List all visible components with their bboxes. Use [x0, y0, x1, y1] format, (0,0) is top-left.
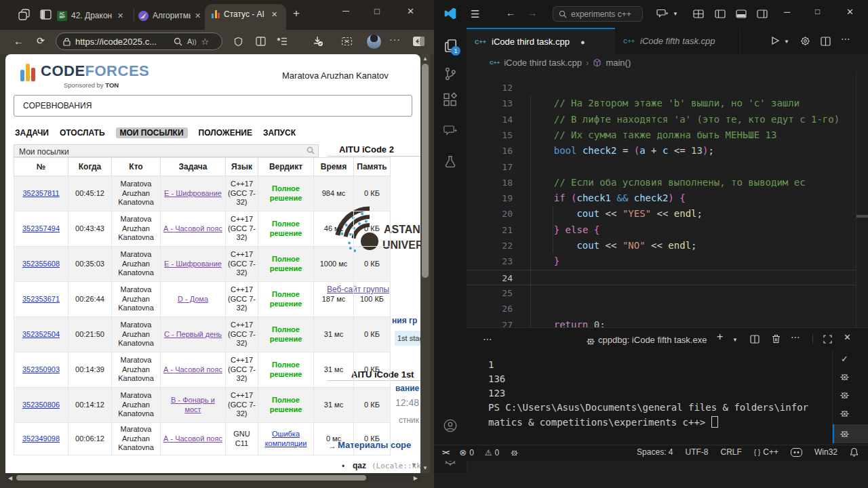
split-terminal-icon[interactable] — [750, 335, 760, 344]
table-search-icon[interactable] — [307, 146, 315, 155]
account-icon[interactable] — [443, 418, 458, 433]
task-link[interactable]: С - Первый день — [164, 330, 222, 338]
browser-essentials-icon[interactable] — [233, 37, 243, 47]
vertical-tabs-icon[interactable] — [39, 8, 52, 21]
tab-groups-icon[interactable] — [18, 8, 31, 21]
debug-session-icon[interactable] — [840, 408, 850, 418]
address-bar[interactable]: https://icode2025.c... A)) ☆ — [56, 33, 222, 50]
back-icon[interactable]: ← — [14, 35, 24, 47]
close-window-icon[interactable]: ✕ — [846, 7, 854, 17]
submission-link[interactable]: 352350903 — [22, 365, 60, 373]
task-check-icon[interactable]: ✓ — [841, 354, 848, 364]
warnings-status[interactable]: ⚠0 — [485, 448, 499, 458]
close-tab-icon[interactable]: ✕ — [195, 12, 201, 20]
debug-session-icon[interactable] — [840, 371, 850, 382]
col-header[interactable]: Кто — [112, 158, 161, 176]
submitter-name[interactable]: Maratova Aruzhan Kanatovna — [118, 250, 154, 277]
submitter-name[interactable]: Maratova Aruzhan Kanatovna — [118, 321, 154, 348]
locale-caret-icon[interactable]: ▼ — [411, 462, 417, 468]
submitter-name[interactable]: Maratova Aruzhan Kanatovna — [118, 391, 154, 418]
col-header[interactable]: Вердикт — [258, 158, 314, 176]
panel-more-icon[interactable]: ⋯ — [483, 333, 492, 344]
scroll-up-icon[interactable]: ▲ — [422, 56, 428, 62]
remote-indicator-icon[interactable]: >< — [442, 448, 448, 457]
col-header[interactable]: Язык — [226, 158, 258, 176]
encoding-status[interactable]: UTF-8 — [685, 447, 708, 457]
close-tab-icon[interactable]: ✕ — [117, 12, 123, 20]
browser-tab-acmp[interactable]: ACMP 42. Дракон ✕ — [57, 7, 133, 24]
tab-icode-fifth-task-preview[interactable]: C++ iCode fifth task.cpp — [615, 28, 741, 54]
kill-terminal-trash-icon[interactable] — [772, 334, 781, 344]
submission-link[interactable]: 352355608 — [22, 260, 60, 268]
task-link[interactable]: А - Часовой пояс — [163, 224, 222, 232]
task-link[interactable]: D - Дома — [178, 295, 208, 303]
terminal-dropdown-icon[interactable]: ▼ — [732, 337, 738, 343]
submission-link[interactable]: 352350806 — [22, 401, 60, 409]
scroll-thumb[interactable] — [16, 475, 366, 481]
submitter-name[interactable]: Maratova Aruzhan Kanatovna — [118, 356, 154, 383]
locale-name[interactable]: qaz — [353, 461, 366, 470]
task-link[interactable]: В - Фонарь и мост — [171, 396, 215, 413]
tab-icode-third-task-active[interactable]: C++ iCode third task.cpp ● — [467, 28, 615, 54]
col-header[interactable]: Время — [314, 158, 354, 176]
copilot-sidebar-icon[interactable] — [412, 36, 425, 47]
reload-icon[interactable]: ⟳ — [37, 35, 45, 46]
web-capture-icon[interactable] — [341, 37, 353, 46]
modified-dot-icon[interactable]: ● — [580, 38, 585, 46]
customize-layout-grid-icon[interactable] — [693, 9, 704, 19]
task-link[interactable]: А - Часовой пояс — [163, 434, 222, 443]
browser-vscrollbar[interactable]: ▲ ▼ — [420, 54, 430, 473]
col-header[interactable]: № — [14, 158, 68, 176]
read-aloud-icon[interactable]: A)) — [187, 37, 196, 45]
submitter-name[interactable]: Maratova Aruzhan Kanatovna — [118, 285, 154, 312]
toggle-panel-icon[interactable] — [736, 9, 747, 19]
task-link[interactable]: Е - Шифрование — [164, 260, 222, 268]
eol-status[interactable]: CRLF — [720, 447, 741, 457]
chat-icon[interactable] — [443, 124, 458, 138]
debug-session-icon[interactable] — [840, 390, 850, 400]
testing-flask-icon[interactable] — [443, 155, 458, 169]
downloads-icon[interactable] — [313, 36, 323, 47]
sidebar-contest-title[interactable]: AITU iCode 2 — [339, 144, 394, 155]
settings-more-icon[interactable]: ··· — [389, 34, 401, 45]
maximize-panel-icon[interactable] — [823, 335, 832, 344]
favorites-icon[interactable] — [277, 37, 288, 46]
favorite-star-icon[interactable]: ☆ — [201, 37, 209, 47]
language-status[interactable]: { }C++ — [754, 447, 778, 457]
copilot-status-icon[interactable] — [791, 448, 802, 457]
submission-link[interactable]: 352357494 — [22, 224, 60, 232]
submission-link[interactable]: 352352504 — [22, 330, 60, 338]
submitter-name[interactable]: Maratova Aruzhan Kanatovna — [118, 180, 154, 207]
verdict[interactable]: Ошибка компиляции — [265, 430, 307, 447]
toggle-secondary-sidebar-icon[interactable] — [757, 9, 768, 19]
breadcrumb-file[interactable]: iCode third task.cpp — [504, 58, 582, 68]
new-terminal-icon[interactable]: + — [717, 331, 723, 343]
col-header[interactable]: Когда — [68, 158, 112, 176]
chevron-down-icon[interactable]: ▼ — [673, 11, 678, 17]
submitter-name[interactable]: Maratova Aruzhan Kanatovna — [118, 425, 154, 452]
more-actions-icon[interactable]: ⋯ — [841, 33, 850, 44]
command-center-search[interactable]: experiments c++ — [553, 6, 643, 22]
terminal-more-icon[interactable]: ⋯ — [791, 331, 800, 342]
run-button-icon[interactable] — [770, 36, 780, 45]
debug-status-icon[interactable] — [510, 448, 519, 457]
task-link[interactable]: А - Часовой пояс — [163, 365, 222, 373]
profile-avatar[interactable] — [367, 35, 381, 49]
nav-back-icon[interactable]: ← — [506, 7, 515, 18]
platform-status[interactable]: Win32 — [814, 447, 837, 457]
scroll-left-icon[interactable]: ◀ — [8, 475, 12, 481]
maximize-icon[interactable]: □ — [815, 7, 820, 16]
col-header[interactable]: Память — [354, 158, 391, 176]
browser-hscrollbar[interactable]: ◀ ▶ — [5, 473, 420, 483]
extensions-icon[interactable] — [443, 92, 458, 107]
breadcrumb-symbol[interactable]: main() — [606, 58, 631, 68]
submission-link[interactable]: 352353671 — [22, 295, 60, 303]
explorer-icon[interactable]: 1 — [443, 38, 458, 54]
code-editor[interactable]: 1213 // На 2втором этаже 'b' вышли, но '… — [467, 72, 868, 355]
minimize-icon[interactable]: ─ — [784, 7, 790, 17]
source-control-icon[interactable] — [443, 66, 458, 81]
toggle-primary-sidebar-icon[interactable] — [715, 9, 726, 19]
col-header[interactable]: Задача — [161, 158, 226, 176]
split-screen-icon[interactable] — [256, 37, 266, 46]
submission-link[interactable]: 352357811 — [22, 189, 59, 197]
